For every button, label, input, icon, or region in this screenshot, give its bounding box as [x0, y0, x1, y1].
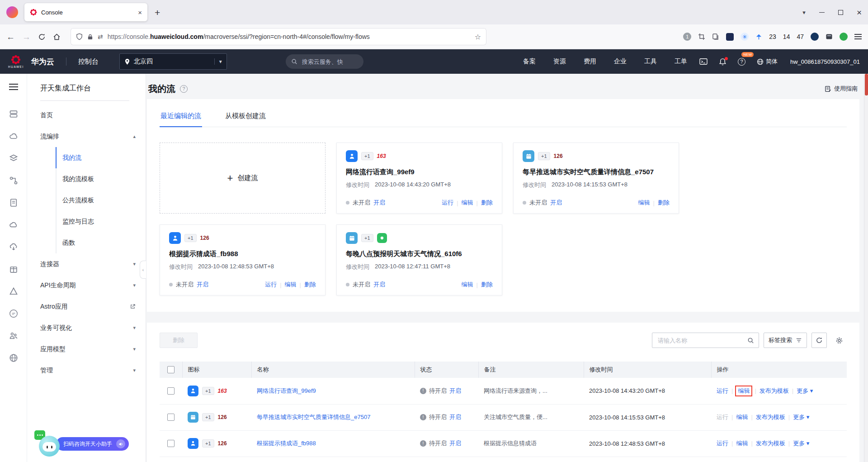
browser-menu-icon[interactable]: [854, 33, 862, 41]
run-link[interactable]: 运行: [717, 387, 728, 394]
all-services-menu-icon[interactable]: [9, 82, 18, 92]
delete-link[interactable]: 删除: [658, 199, 670, 207]
sidebar-group-business-visualization[interactable]: 业务可视化▾: [27, 317, 146, 338]
screenshot-crop-icon[interactable]: [698, 33, 705, 40]
enable-link[interactable]: 开启: [449, 413, 461, 421]
list-tabs-icon[interactable]: ▾: [802, 9, 806, 16]
extension-pages-icon[interactable]: [712, 33, 719, 40]
cloud-search-input[interactable]: [301, 58, 355, 66]
tab-create-from-template[interactable]: 从模板创建流: [224, 107, 267, 127]
extension-snowflake-icon[interactable]: ✳: [741, 33, 749, 41]
nav-icon-cloud-download[interactable]: [9, 236, 18, 258]
edit-link[interactable]: 编辑: [462, 281, 473, 289]
tag-search-button[interactable]: 标签搜索: [764, 333, 807, 348]
enable-link[interactable]: 开启: [373, 281, 385, 289]
sidebar-group-app-model[interactable]: 应用模型▾: [27, 338, 146, 360]
huawei-logo[interactable]: HUAWEI: [8, 55, 24, 68]
close-window-button[interactable]: ×: [857, 8, 862, 17]
menu-item-billing[interactable]: 费用: [584, 57, 596, 66]
help-icon[interactable]: ? NEW: [738, 58, 745, 66]
counter-badge[interactable]: 14: [783, 33, 790, 40]
name-search[interactable]: [652, 333, 759, 348]
upload-arrow-icon[interactable]: [755, 33, 762, 40]
flow-name[interactable]: 根据提示猜成语_fb988: [169, 250, 316, 258]
scrollbar-thumb[interactable]: [865, 74, 868, 95]
nav-icon-cloud-dots[interactable]: [9, 125, 18, 147]
sidebar-item-my-flows[interactable]: 我的流: [56, 147, 146, 168]
enable-link[interactable]: 开启: [449, 387, 461, 395]
forward-button[interactable]: →: [22, 33, 31, 41]
row-checkbox[interactable]: [167, 440, 175, 447]
extension-badge-icon[interactable]: 1: [683, 33, 691, 41]
tracking-protection-shield-icon[interactable]: [76, 33, 83, 40]
row-checkbox[interactable]: [167, 387, 175, 395]
name-search-input[interactable]: [657, 337, 747, 344]
assistant-widget[interactable]: 扫码咨询开天小助手: [35, 430, 129, 457]
cli-terminal-icon[interactable]: [699, 58, 708, 65]
row-checkbox[interactable]: [167, 414, 175, 421]
counter-badge[interactable]: 47: [797, 33, 804, 40]
page-help-icon[interactable]: ?: [180, 85, 188, 93]
menu-item-resources[interactable]: 资源: [553, 57, 566, 66]
flow-name[interactable]: 网络流行语查询_99ef9: [346, 168, 493, 176]
back-button[interactable]: ←: [6, 33, 15, 41]
bookmark-star-icon[interactable]: ☆: [475, 33, 481, 41]
extension-dark-icon[interactable]: [726, 33, 734, 41]
sidebar-item-public-flow-templates[interactable]: 公共流模板: [56, 190, 146, 211]
usage-guide-link[interactable]: 使用指南: [825, 85, 858, 93]
speaker-icon[interactable]: [116, 439, 125, 448]
cloud-search[interactable]: [286, 54, 363, 69]
edit-link[interactable]: 编辑: [285, 281, 297, 289]
sidebar-item-monitoring-logs[interactable]: 监控与日志: [56, 211, 146, 232]
flow-name[interactable]: 每晚八点预报明天城市天气情况_610f6: [346, 250, 493, 258]
region-selector[interactable]: 北京四 ▾: [119, 53, 227, 70]
sidebar-item-home[interactable]: 首页: [27, 105, 146, 126]
run-link[interactable]: 运行: [265, 281, 277, 289]
table-settings-gear-icon[interactable]: [831, 333, 847, 348]
sidebar-item-my-flow-templates[interactable]: 我的流模板: [56, 168, 146, 190]
nav-icon-package[interactable]: [9, 258, 18, 280]
nav-icon-layers[interactable]: [9, 147, 18, 169]
run-link-disabled[interactable]: 运行: [717, 414, 728, 420]
extension-adblock-icon[interactable]: [840, 33, 848, 41]
assistant-pill[interactable]: 扫码咨询开天小助手: [56, 437, 129, 451]
nav-icon-cloud[interactable]: [9, 214, 18, 236]
brand-name[interactable]: 华为云: [31, 57, 54, 67]
tab-close-icon[interactable]: ×: [138, 9, 142, 16]
maximize-button[interactable]: [838, 10, 843, 15]
delete-link[interactable]: 删除: [481, 281, 493, 289]
edit-link[interactable]: 编辑: [736, 440, 748, 447]
url-text[interactable]: https://console.huaweicloud.com/macrover…: [108, 33, 470, 40]
new-tab-button[interactable]: +: [155, 8, 160, 17]
more-link[interactable]: 更多 ▾: [797, 387, 813, 394]
sidebar-item-functions[interactable]: 函数: [56, 232, 146, 253]
menu-item-enterprise[interactable]: 企业: [614, 57, 627, 66]
create-flow-card[interactable]: + 创建流: [160, 143, 326, 214]
refresh-button[interactable]: [811, 333, 827, 348]
publish-as-template-link[interactable]: 发布为模板: [760, 387, 789, 394]
sidebar-group-flow-orchestration[interactable]: 流编排 ▴: [27, 126, 146, 147]
enable-link[interactable]: 开启: [550, 199, 562, 207]
flow-name[interactable]: 每早推送城市实时空气质量详情信息_e7507: [523, 168, 670, 176]
counter-badge[interactable]: 23: [769, 33, 776, 40]
nav-icon-workflow[interactable]: [9, 169, 18, 191]
delete-link[interactable]: 删除: [481, 199, 493, 207]
account-username[interactable]: hw_008618750930307_01: [790, 58, 860, 65]
more-link[interactable]: 更多 ▾: [793, 414, 809, 420]
sidebar-item-astro-app[interactable]: Astro应用: [27, 296, 146, 317]
select-all-checkbox[interactable]: [167, 366, 175, 373]
enable-link[interactable]: 开启: [197, 281, 208, 289]
home-button[interactable]: [53, 33, 61, 41]
delete-button[interactable]: 删除: [160, 333, 198, 348]
browser-tab[interactable]: Console ×: [24, 3, 147, 21]
search-icon[interactable]: [747, 337, 754, 344]
enable-link[interactable]: 开启: [449, 439, 461, 448]
extension-panel-icon[interactable]: [826, 33, 833, 40]
sidebar-group-management[interactable]: 管理▾: [27, 360, 146, 381]
sidebar-collapse-handle[interactable]: ‹: [140, 261, 146, 279]
extension-drop-icon[interactable]: [811, 33, 819, 41]
permissions-icon[interactable]: ⇄: [98, 33, 103, 40]
run-link[interactable]: 运行: [717, 440, 728, 447]
console-link[interactable]: 控制台: [78, 57, 99, 66]
edit-link[interactable]: 编辑: [736, 414, 748, 420]
